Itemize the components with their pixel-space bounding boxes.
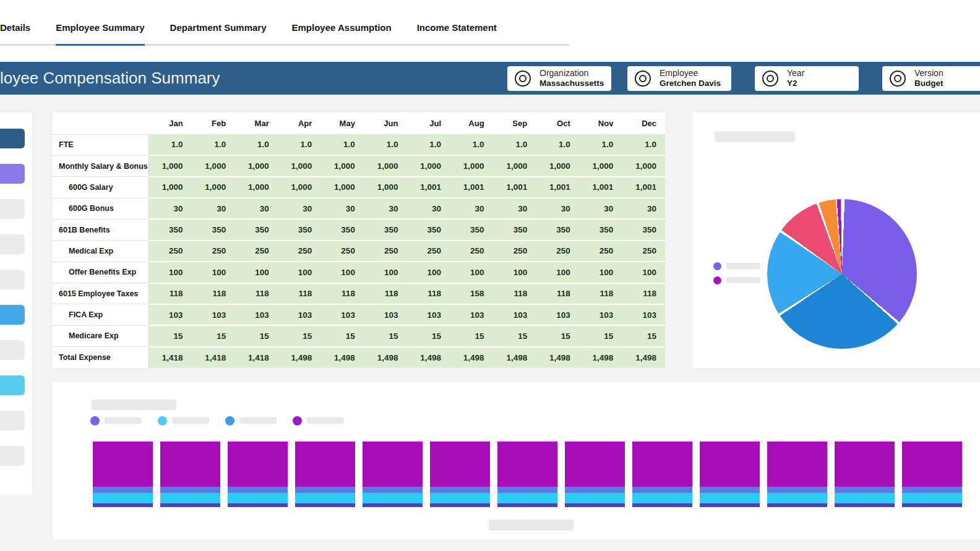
data-cell[interactable]: 1,498 xyxy=(450,347,493,368)
data-cell[interactable]: 30 xyxy=(364,198,407,219)
data-cell[interactable]: 1,000 xyxy=(450,155,493,176)
data-cell[interactable]: 1,000 xyxy=(364,177,407,198)
data-cell[interactable]: 350 xyxy=(278,219,321,240)
data-cell[interactable]: 250 xyxy=(406,241,450,262)
stacked-bar-7[interactable] xyxy=(497,442,557,507)
data-cell[interactable]: 1,001 xyxy=(406,177,450,198)
data-cell[interactable]: 1.0 xyxy=(493,134,536,155)
tab-department-summary[interactable]: Department Summary xyxy=(170,14,267,46)
data-cell[interactable]: 30 xyxy=(320,198,364,219)
data-cell[interactable]: 1,000 xyxy=(278,177,321,198)
data-cell[interactable]: 118 xyxy=(278,283,321,304)
stacked-bar-3[interactable] xyxy=(228,442,288,507)
data-cell[interactable]: 30 xyxy=(536,198,579,219)
data-cell[interactable]: 118 xyxy=(148,283,192,304)
data-cell[interactable]: 118 xyxy=(493,283,536,304)
data-cell[interactable]: 103 xyxy=(320,304,364,325)
data-cell[interactable]: 15 xyxy=(320,325,364,346)
data-cell[interactable]: 350 xyxy=(536,219,579,240)
sidebar-item-6[interactable] xyxy=(0,305,25,325)
data-cell[interactable]: 1,001 xyxy=(579,177,622,198)
data-cell[interactable]: 350 xyxy=(493,219,536,240)
data-cell[interactable]: 30 xyxy=(622,198,665,219)
data-cell[interactable]: 250 xyxy=(192,241,235,262)
stacked-bar-4[interactable] xyxy=(295,442,355,507)
data-cell[interactable]: 118 xyxy=(536,283,579,304)
stacked-bar-1[interactable] xyxy=(93,442,153,507)
data-cell[interactable]: 250 xyxy=(234,241,278,262)
data-cell[interactable]: 103 xyxy=(622,304,665,325)
data-cell[interactable]: 1,498 xyxy=(364,347,407,368)
data-cell[interactable]: 1,498 xyxy=(406,347,450,368)
data-cell[interactable]: 100 xyxy=(364,262,407,283)
data-cell[interactable]: 103 xyxy=(278,304,321,325)
data-cell[interactable]: 103 xyxy=(536,304,579,325)
data-cell[interactable]: 30 xyxy=(450,198,493,219)
data-cell[interactable]: 250 xyxy=(579,241,622,262)
data-cell[interactable]: 1,498 xyxy=(320,347,364,368)
data-cell[interactable]: 100 xyxy=(450,262,493,283)
data-cell[interactable]: 100 xyxy=(406,262,450,283)
tab-employee-summary[interactable]: Employee Summary xyxy=(56,14,144,46)
data-cell[interactable]: 30 xyxy=(192,198,235,219)
data-cell[interactable]: 15 xyxy=(192,325,235,346)
data-cell[interactable]: 1,498 xyxy=(278,347,321,368)
data-cell[interactable]: 30 xyxy=(579,198,622,219)
data-cell[interactable]: 250 xyxy=(320,241,364,262)
data-cell[interactable]: 250 xyxy=(148,241,192,262)
data-cell[interactable]: 1,000 xyxy=(278,155,321,176)
data-cell[interactable]: 1,000 xyxy=(406,155,450,176)
data-cell[interactable]: 350 xyxy=(622,219,665,240)
data-cell[interactable]: 15 xyxy=(364,325,407,346)
stacked-bar-9[interactable] xyxy=(632,442,692,507)
data-cell[interactable]: 103 xyxy=(148,304,192,325)
data-cell[interactable]: 1,000 xyxy=(364,155,407,176)
data-cell[interactable]: 1,000 xyxy=(148,155,192,176)
data-cell[interactable]: 118 xyxy=(406,283,450,304)
data-cell[interactable]: 1,498 xyxy=(536,347,579,368)
data-cell[interactable]: 118 xyxy=(234,283,278,304)
data-cell[interactable]: 1,001 xyxy=(493,177,536,198)
sidebar-item-2[interactable] xyxy=(0,164,25,184)
stacked-bar-12[interactable] xyxy=(835,442,895,507)
data-cell[interactable]: 1,001 xyxy=(622,177,665,198)
data-cell[interactable]: 1,418 xyxy=(148,347,192,368)
data-cell[interactable]: 1,000 xyxy=(192,155,235,176)
stacked-bar-8[interactable] xyxy=(565,442,625,507)
data-cell[interactable]: 1.0 xyxy=(148,134,192,155)
data-cell[interactable]: 15 xyxy=(278,325,321,346)
data-cell[interactable]: 1,000 xyxy=(320,155,364,176)
data-cell[interactable]: 100 xyxy=(148,262,192,283)
data-cell[interactable]: 350 xyxy=(450,219,493,240)
data-cell[interactable]: 100 xyxy=(320,262,364,283)
data-cell[interactable]: 350 xyxy=(148,219,192,240)
data-cell[interactable]: 250 xyxy=(493,241,536,262)
data-cell[interactable]: 250 xyxy=(364,241,407,262)
data-cell[interactable]: 30 xyxy=(406,198,450,219)
data-cell[interactable]: 30 xyxy=(278,198,321,219)
data-cell[interactable]: 1.0 xyxy=(320,134,364,155)
data-cell[interactable]: 30 xyxy=(234,198,278,219)
data-cell[interactable]: 15 xyxy=(148,325,192,346)
stacked-bar-2[interactable] xyxy=(160,442,220,507)
stacked-bar-10[interactable] xyxy=(700,442,760,507)
data-cell[interactable]: 103 xyxy=(493,304,536,325)
data-cell[interactable]: 118 xyxy=(579,283,622,304)
sidebar-item-3[interactable] xyxy=(0,199,25,219)
data-cell[interactable]: 1.0 xyxy=(192,134,235,155)
filter-chip-employee[interactable]: EmployeeGretchen Davis xyxy=(627,66,731,91)
data-cell[interactable]: 350 xyxy=(364,219,407,240)
data-cell[interactable]: 350 xyxy=(234,219,278,240)
data-cell[interactable]: 103 xyxy=(192,304,235,325)
data-cell[interactable]: 350 xyxy=(579,219,622,240)
data-cell[interactable]: 1,000 xyxy=(320,177,364,198)
data-cell[interactable]: 1,000 xyxy=(234,155,278,176)
data-cell[interactable]: 350 xyxy=(320,219,364,240)
data-cell[interactable]: 1,498 xyxy=(622,347,665,368)
data-cell[interactable]: 103 xyxy=(234,304,278,325)
data-cell[interactable]: 103 xyxy=(450,304,493,325)
tab-details[interactable]: Details xyxy=(0,14,30,46)
data-cell[interactable]: 15 xyxy=(450,325,493,346)
sidebar-item-9[interactable] xyxy=(0,411,25,430)
filter-chip-version[interactable]: VersionBudget xyxy=(882,66,980,91)
